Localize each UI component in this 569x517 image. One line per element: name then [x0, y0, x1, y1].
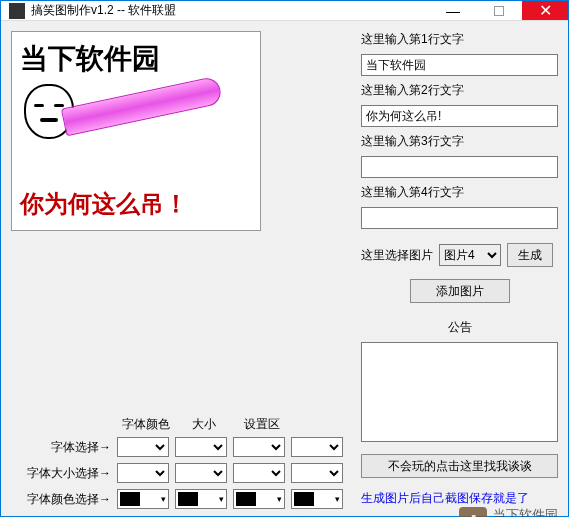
color-select-4[interactable]: ▾	[291, 489, 343, 509]
titlebar: 搞笑图制作v1.2 -- 软件联盟 — ✕	[1, 1, 568, 21]
size-select-4[interactable]	[291, 463, 343, 483]
image-select[interactable]: 图片4	[439, 244, 501, 266]
image-preview: 当下软件园 你为何这么吊！	[11, 31, 261, 231]
add-image-button[interactable]: 添加图片	[410, 279, 510, 303]
line3-input[interactable]	[361, 156, 558, 178]
minimize-button[interactable]: —	[430, 1, 476, 20]
preview-text-bottom: 你为何这么吊！	[20, 188, 188, 220]
app-window: 搞笑图制作v1.2 -- 软件联盟 — ✕ 当下软件园 你为何这么吊！ 字体颜色…	[0, 0, 569, 517]
window-controls: — ✕	[430, 1, 568, 20]
watermark-cn: 当下软件园	[493, 506, 558, 517]
size-select-2[interactable]	[175, 463, 227, 483]
size-select-1[interactable]	[117, 463, 169, 483]
watermark: ⬇ 当下软件园 downxia.com	[459, 506, 558, 517]
pink-stick-icon	[61, 76, 223, 137]
download-icon: ⬇	[459, 507, 487, 517]
header-size: 大小	[179, 416, 229, 433]
font-select-row: 字体选择→	[11, 437, 351, 457]
color-select-2[interactable]: ▾	[175, 489, 227, 509]
font-select-2[interactable]	[175, 437, 227, 457]
announce-textarea[interactable]	[361, 342, 558, 442]
font-color-label: 字体颜色选择→	[11, 491, 111, 508]
watermark-text: 当下软件园 downxia.com	[493, 506, 558, 517]
line4-input[interactable]	[361, 207, 558, 229]
left-column: 当下软件园 你为何这么吊！ 字体颜色 大小 设置区 字体选择→	[11, 31, 351, 517]
size-select-3[interactable]	[233, 463, 285, 483]
font-select-1[interactable]	[117, 437, 169, 457]
color-select-3[interactable]: ▾	[233, 489, 285, 509]
help-button[interactable]: 不会玩的点击这里找我谈谈	[361, 454, 558, 478]
content-area: 当下软件园 你为何这么吊！ 字体颜色 大小 设置区 字体选择→	[1, 21, 568, 517]
line3-label: 这里输入第3行文字	[361, 133, 558, 150]
preview-text-top: 当下软件园	[20, 40, 252, 78]
font-select-3[interactable]	[233, 437, 285, 457]
font-size-row: 字体大小选择→	[11, 463, 351, 483]
font-size-label: 字体大小选择→	[11, 465, 111, 482]
line1-label: 这里输入第1行文字	[361, 31, 558, 48]
font-header: 字体颜色 大小 设置区	[121, 416, 351, 433]
line2-input[interactable]	[361, 105, 558, 127]
image-select-label: 这里选择图片	[361, 247, 433, 264]
line2-label: 这里输入第2行文字	[361, 82, 558, 99]
announce-label: 公告	[361, 319, 558, 336]
image-select-row: 这里选择图片 图片4 生成	[361, 243, 558, 267]
maximize-button[interactable]	[476, 1, 522, 20]
font-settings-area: 字体颜色 大小 设置区 字体选择→ 字体大小选择→	[11, 396, 351, 517]
font-color-row: 字体颜色选择→ ▾ ▾ ▾ ▾	[11, 489, 351, 509]
close-button[interactable]: ✕	[522, 1, 568, 20]
header-color: 字体颜色	[121, 416, 171, 433]
font-select-label: 字体选择→	[11, 439, 111, 456]
generate-button[interactable]: 生成	[507, 243, 553, 267]
info-blue-text: 生成图片后自己截图保存就是了	[361, 490, 558, 507]
color-select-1[interactable]: ▾	[117, 489, 169, 509]
line4-label: 这里输入第4行文字	[361, 184, 558, 201]
line1-input[interactable]	[361, 54, 558, 76]
app-icon	[9, 3, 25, 19]
font-select-4[interactable]	[291, 437, 343, 457]
titlebar-text: 搞笑图制作v1.2 -- 软件联盟	[31, 2, 430, 19]
header-setting: 设置区	[237, 416, 287, 433]
right-column: 这里输入第1行文字 这里输入第2行文字 这里输入第3行文字 这里输入第4行文字 …	[361, 31, 558, 517]
